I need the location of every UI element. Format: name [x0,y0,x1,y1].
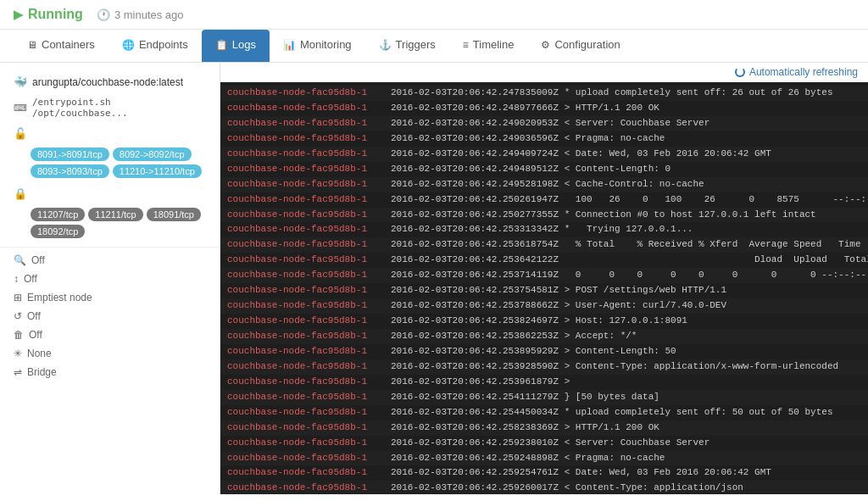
log-container-name: couchbase-node-fac95d8b-1 [227,360,384,374]
log-container-name: couchbase-node-fac95d8b-1 [227,102,384,115]
tab-triggers[interactable]: ⚓Triggers [365,30,449,62]
time-ago-section: 🕐 3 minutes ago [97,8,184,21]
log-text: 2016-02-03T20:06:42.254111279Z } [50 byt… [391,391,659,404]
log-container-name: couchbase-node-fac95d8b-1 [227,132,384,146]
auto-refresh-label: Automatically refreshing [749,66,858,78]
log-content[interactable]: couchbase-node-fac95d8b-12016-02-03T20:0… [220,82,868,494]
sidebar: 🐳 arungupta/couchbase-node:latest ⌨ /ent… [0,63,220,494]
logs-tab-icon: 📋 [215,39,228,51]
log-container-name: couchbase-node-fac95d8b-1 [227,421,384,435]
containers-tab-label: Containers [42,38,95,51]
port-badge[interactable]: 8091->8091/tcp [31,148,109,161]
log-line: couchbase-node-fac95d8b-12016-02-03T20:0… [220,481,868,494]
refresh-label: Off [27,310,41,322]
log-container-name: couchbase-node-fac95d8b-1 [227,482,384,494]
log-toolbar: Automatically refreshing [220,63,868,82]
log-line: couchbase-node-fac95d8b-12016-02-03T20:0… [220,344,868,359]
log-container-name: couchbase-node-fac95d8b-1 [227,193,384,207]
log-container-name: couchbase-node-fac95d8b-1 [227,253,384,267]
timeline-tab-label: Timeline [473,38,515,51]
log-line: couchbase-node-fac95d8b-12016-02-03T20:0… [220,390,868,405]
log-container-name: couchbase-node-fac95d8b-1 [227,223,384,237]
log-text: 2016-02-03T20:06:42.253754581Z > POST /s… [391,284,726,298]
log-text: 2016-02-03T20:06:42.253895929Z > Content… [391,345,676,359]
triggers-tab-label: Triggers [396,38,436,51]
tab-monitoring[interactable]: 📊Monitoring [270,30,365,62]
port-badge-locked[interactable]: 18092/tcp [31,225,85,238]
log-line: couchbase-node-fac95d8b-12016-02-03T20:0… [220,162,868,177]
log-container-name: couchbase-node-fac95d8b-1 [227,345,384,359]
log-line: couchbase-node-fac95d8b-12016-02-03T20:0… [220,465,868,481]
log-text: 2016-02-03T20:06:42.247835009Z * upload … [391,86,833,100]
schedule-label: None [27,348,52,359]
log-container-name: couchbase-node-fac95d8b-1 [227,209,384,222]
sidebar-item-network: ⇌Bridge [0,363,220,381]
search-label: Off [31,254,45,266]
tab-endpoints[interactable]: 🌐Endpoints [108,30,202,62]
sidebar-image: 🐳 arungupta/couchbase-node:latest [0,71,220,92]
network-label: Bridge [27,366,57,378]
log-container-name: couchbase-node-fac95d8b-1 [227,391,384,404]
refresh-spinner [735,67,745,77]
search-icon: 🔍 [14,254,26,266]
sidebar-item-node: ⊞Emptiest node [0,288,220,307]
timeline-tab-icon: ≡ [463,39,469,51]
port-badge-locked[interactable]: 11211/tcp [88,208,142,221]
network-icon: ⇌ [14,366,22,378]
log-text: 2016-02-03T20:06:42.253862253Z > Accept:… [391,330,637,343]
log-text: 2016-02-03T20:06:42.250277355Z * Connect… [391,209,816,222]
log-line: couchbase-node-fac95d8b-12016-02-03T20:0… [220,101,868,116]
command-label: /entrypoint.sh /opt/couchbase... [32,97,206,119]
log-line: couchbase-node-fac95d8b-12016-02-03T20:0… [220,222,868,237]
log-line: couchbase-node-fac95d8b-12016-02-03T20:0… [220,283,868,298]
lock-icon: 🔒 [14,187,27,200]
header-bar: ▶ Running 🕐 3 minutes ago [0,0,868,30]
tab-containers[interactable]: 🖥Containers [14,30,108,62]
log-container-name: couchbase-node-fac95d8b-1 [227,178,384,192]
status-label: Running [28,7,83,22]
monitoring-tab-label: Monitoring [300,38,352,51]
refresh-icon: ↺ [14,310,22,322]
tab-logs[interactable]: 📋Logs [202,30,270,62]
log-container-name: couchbase-node-fac95d8b-1 [227,406,384,420]
log-line: couchbase-node-fac95d8b-12016-02-03T20:0… [220,420,868,436]
main-layout: 🐳 arungupta/couchbase-node:latest ⌨ /ent… [0,63,868,494]
port-badge[interactable]: 8092->8092/tcp [113,148,192,161]
port-badge-locked[interactable]: 18091/tcp [147,208,201,221]
terminal-icon: ⌨ [14,103,27,114]
port-badges-locked: 11207/tcp11211/tcp18091/tcp18092/tcp [0,204,220,243]
log-text: 2016-02-03T20:06:42.253928590Z > Content… [391,360,838,374]
log-line: couchbase-node-fac95d8b-12016-02-03T20:0… [220,237,868,253]
log-container-name: couchbase-node-fac95d8b-1 [227,376,384,389]
configuration-tab-icon: ⚙ [541,39,550,51]
log-text: 2016-02-03T20:06:42.253313342Z * Trying … [391,223,693,237]
scale-icon: ↕ [14,273,19,285]
triggers-tab-icon: ⚓ [379,39,392,51]
image-icon: 🐳 [14,75,27,88]
node-label: Emptiest node [27,292,92,303]
divider-1 [0,247,220,248]
log-line: couchbase-node-fac95d8b-12016-02-03T20:0… [220,375,868,390]
tab-timeline[interactable]: ≡Timeline [449,30,528,62]
log-line: couchbase-node-fac95d8b-12016-02-03T20:0… [220,436,868,451]
port-badge[interactable]: 11210->11210/tcp [113,164,202,178]
log-text: 2016-02-03T20:06:42.249489512Z < Content… [391,163,670,176]
log-line: couchbase-node-fac95d8b-12016-02-03T20:0… [220,451,868,466]
tab-configuration[interactable]: ⚙Configuration [527,30,633,62]
play-icon: ▶ [14,8,23,21]
port-badge-locked[interactable]: 11207/tcp [31,208,85,221]
sidebar-item-refresh: ↺Off [0,307,220,326]
log-container-name: couchbase-node-fac95d8b-1 [227,117,384,131]
node-icon: ⊞ [14,292,22,303]
monitoring-tab-icon: 📊 [283,39,296,51]
port-badge[interactable]: 8093->8093/tcp [31,164,109,178]
endpoints-tab-label: Endpoints [139,38,188,51]
logs-tab-label: Logs [232,38,256,51]
log-container-name: couchbase-node-fac95d8b-1 [227,437,384,450]
port-group-unlocked-header: 🔓 [0,123,220,144]
image-label: arungupta/couchbase-node:latest [32,76,183,88]
log-text: 2016-02-03T20:06:42.259248898Z < Pragma:… [391,452,665,465]
log-text: 2016-02-03T20:06:42.249409724Z < Date: W… [391,148,771,161]
log-text: 2016-02-03T20:06:42.259238010Z < Server:… [391,437,709,450]
log-text: 2016-02-03T20:06:42.253714119Z 0 0 0 0 0… [391,269,866,282]
